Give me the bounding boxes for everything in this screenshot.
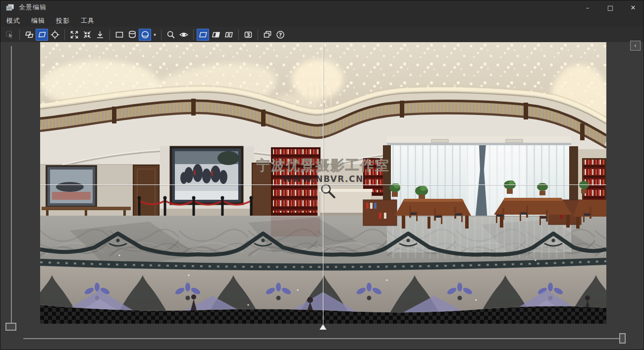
horizontal-slider-track[interactable] bbox=[23, 338, 624, 339]
editor-canvas[interactable]: 宁波优景摄影工作室 WWW.NBVR.CN bbox=[0, 42, 644, 350]
window-title: 全景编辑 bbox=[19, 3, 47, 12]
panorama-image[interactable]: 宁波优景摄影工作室 WWW.NBVR.CN bbox=[40, 42, 606, 324]
menu-bar: 模式 编辑 投影 工具 bbox=[0, 14, 644, 27]
center-point-button[interactable] bbox=[49, 29, 61, 41]
toolbar-separator bbox=[193, 29, 194, 40]
horizontal-slider-thumb[interactable] bbox=[619, 333, 626, 344]
panel-collapse-button[interactable]: ‹ bbox=[630, 41, 641, 51]
view-double-button[interactable] bbox=[222, 29, 235, 41]
toolbar-separator bbox=[238, 29, 239, 40]
expand-view-button[interactable] bbox=[68, 29, 80, 41]
vertical-slider-thumb[interactable] bbox=[5, 323, 16, 331]
title-bar: 全景编辑 – □ ✕ bbox=[0, 0, 644, 14]
toolbar-separator bbox=[258, 29, 258, 40]
zoom-tool-button[interactable] bbox=[164, 29, 177, 41]
menu-edit[interactable]: 编辑 bbox=[26, 15, 51, 27]
menu-mode[interactable]: 模式 bbox=[1, 15, 26, 27]
panorama-stack-button[interactable] bbox=[23, 29, 35, 41]
view-single-button[interactable] bbox=[197, 29, 209, 41]
fit-height-button[interactable] bbox=[94, 29, 106, 41]
toolbar: ▾ bbox=[0, 27, 644, 42]
view-split-button[interactable] bbox=[210, 29, 222, 41]
sphere-options-caret[interactable]: ▾ bbox=[152, 29, 158, 41]
projection-flat-button[interactable] bbox=[113, 29, 125, 41]
minimize-button[interactable]: – bbox=[576, 0, 599, 14]
view-grid-3-button[interactable]: 3 bbox=[242, 29, 254, 41]
projection-cylinder-button[interactable] bbox=[126, 29, 138, 41]
center-marker-triangle[interactable] bbox=[320, 324, 326, 330]
toolbar-separator bbox=[64, 29, 65, 40]
window-cascade-button[interactable] bbox=[261, 29, 273, 41]
select-tool-button[interactable] bbox=[3, 29, 16, 41]
menu-tools[interactable]: 工具 bbox=[75, 15, 100, 27]
toolbar-separator bbox=[161, 29, 161, 40]
svg-text:?: ? bbox=[278, 31, 281, 38]
app-icon bbox=[6, 4, 14, 11]
svg-text:3: 3 bbox=[246, 31, 250, 38]
close-button[interactable]: ✕ bbox=[622, 0, 644, 14]
app-window: 全景编辑 – □ ✕ 模式 编辑 投影 工具 bbox=[0, 0, 644, 350]
toolbar-separator bbox=[19, 29, 20, 40]
menu-projection[interactable]: 投影 bbox=[51, 15, 75, 27]
projection-sphere-button[interactable] bbox=[139, 29, 151, 41]
help-button[interactable]: ? bbox=[274, 29, 286, 41]
vertical-slider-track[interactable] bbox=[11, 46, 12, 324]
maximize-button[interactable]: □ bbox=[599, 0, 622, 14]
toolbar-separator bbox=[109, 29, 110, 40]
panorama-single-button[interactable] bbox=[36, 29, 48, 41]
preview-eye-button[interactable] bbox=[177, 29, 190, 41]
shrink-view-button[interactable] bbox=[81, 29, 93, 41]
